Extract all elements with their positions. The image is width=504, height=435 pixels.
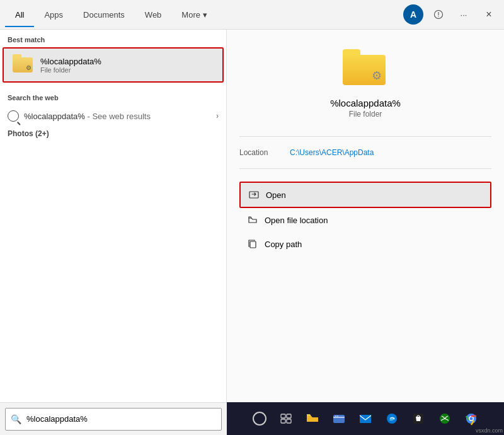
detail-icon-area: ⚙ %localappdata% File folder — [239, 42, 491, 129]
taskbar — [227, 402, 504, 435]
svg-rect-6 — [333, 415, 345, 423]
nav-tabs: All Apps Documents Web More ▾ A ··· × — [0, 0, 504, 30]
folder-icon-container: ⚙ — [11, 54, 34, 76]
detail-folder-icon: ⚙ — [343, 55, 388, 90]
svg-rect-5 — [287, 419, 291, 423]
tab-web[interactable]: Web — [135, 3, 172, 27]
user-avatar[interactable]: A — [403, 4, 423, 25]
open-file-location-button[interactable]: Open file location — [239, 208, 491, 232]
open-file-location-label: Open file location — [265, 216, 328, 225]
divider — [239, 136, 491, 137]
svg-rect-0 — [249, 192, 258, 198]
item-name: %localappdata% — [40, 57, 101, 66]
location-label: Location — [239, 148, 290, 157]
svg-rect-9 — [360, 415, 371, 423]
more-options-button[interactable]: ··· — [454, 4, 474, 25]
tab-apps[interactable]: Apps — [34, 3, 73, 27]
location-value[interactable]: C:\Users\ACER\AppData — [290, 148, 374, 157]
chevron-down-icon: ▾ — [203, 10, 207, 20]
taskbar-browser[interactable] — [327, 407, 351, 431]
taskbar-edge[interactable] — [380, 407, 404, 431]
open-label: Open — [266, 190, 286, 200]
search-input-icon: 🔍 — [11, 414, 21, 424]
copy-path-label: Copy path — [265, 240, 302, 249]
svg-rect-4 — [281, 419, 285, 423]
chevron-right-icon: › — [216, 112, 219, 120]
photos-section: Photos (2+) — [0, 127, 226, 141]
left-panel: Best match ⚙ %localappdata% File folder — [0, 30, 227, 435]
taskbar-search[interactable] — [248, 407, 272, 431]
open-icon — [248, 189, 260, 200]
watermark: vsxdn.com — [476, 427, 503, 434]
svg-point-15 — [470, 417, 473, 420]
svg-rect-3 — [287, 414, 291, 418]
taskbar-xbox[interactable] — [433, 407, 457, 431]
svg-point-7 — [335, 415, 336, 417]
folder-icon: ⚙ — [13, 57, 33, 72]
search-input-area[interactable]: 🔍 — [5, 408, 222, 431]
detail-actions: Open Open file location — [239, 182, 491, 256]
taskbar-mail[interactable] — [353, 407, 377, 431]
item-type: File folder — [40, 66, 101, 74]
right-panel: ⚙ %localappdata% File folder Location C:… — [227, 30, 504, 435]
taskbar-file-explorer[interactable] — [301, 407, 324, 431]
nav-right: A ··· × — [403, 4, 499, 25]
open-button[interactable]: Open — [239, 182, 491, 208]
divider-2 — [239, 168, 491, 169]
best-match-item[interactable]: ⚙ %localappdata% File folder — [3, 47, 224, 83]
search-input[interactable] — [26, 414, 216, 424]
taskbar-task-view[interactable] — [274, 407, 298, 431]
best-match-label: Best match — [0, 30, 226, 47]
location-row: Location C:\Users\ACER\AppData — [239, 144, 491, 161]
copy-icon — [247, 238, 258, 250]
tab-all[interactable]: All — [5, 3, 34, 27]
web-search-text: %localappdata% - See web results — [24, 112, 151, 121]
web-search-item[interactable]: %localappdata% - See web results › — [0, 105, 226, 127]
tab-more[interactable]: More ▾ — [171, 3, 217, 27]
detail-name: %localappdata% — [330, 98, 401, 108]
bottom-search-bar: 🔍 — [0, 402, 227, 435]
copy-path-button[interactable]: Copy path — [239, 232, 491, 256]
detail-type: File folder — [349, 110, 382, 119]
content-area: Best match ⚙ %localappdata% File folder — [0, 30, 504, 435]
web-search-label: Search the web — [0, 88, 226, 105]
feedback-button[interactable] — [428, 4, 449, 25]
search-window: All Apps Documents Web More ▾ A ··· × Be… — [0, 0, 504, 435]
svg-rect-2 — [281, 414, 285, 418]
item-info: %localappdata% File folder — [40, 57, 101, 74]
search-circle-icon — [8, 110, 19, 122]
tab-documents[interactable]: Documents — [73, 3, 135, 27]
close-button[interactable]: × — [479, 4, 499, 25]
svg-rect-1 — [250, 241, 256, 248]
svg-point-8 — [337, 415, 338, 417]
taskbar-store[interactable] — [406, 407, 430, 431]
file-location-icon — [247, 214, 258, 226]
